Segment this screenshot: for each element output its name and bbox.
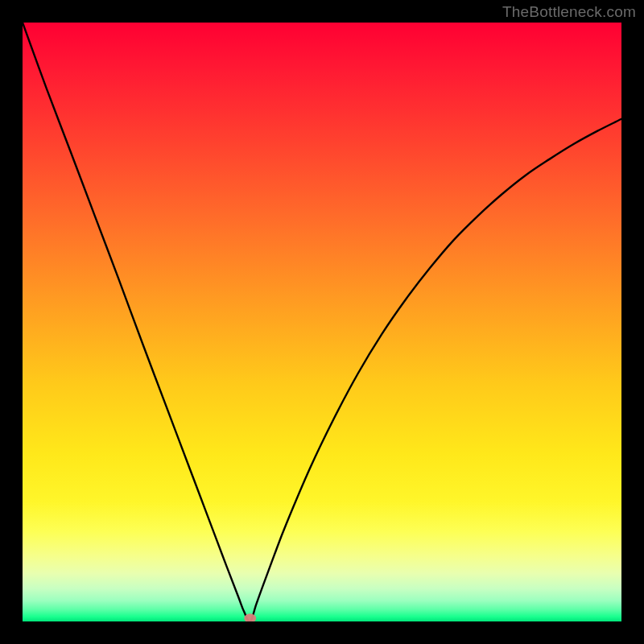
watermark-text: TheBottleneck.com (502, 3, 636, 21)
chart-svg (23, 23, 621, 621)
plot-area (23, 23, 621, 621)
chart-frame: TheBottleneck.com (0, 0, 644, 644)
bottleneck-curve (23, 23, 621, 621)
